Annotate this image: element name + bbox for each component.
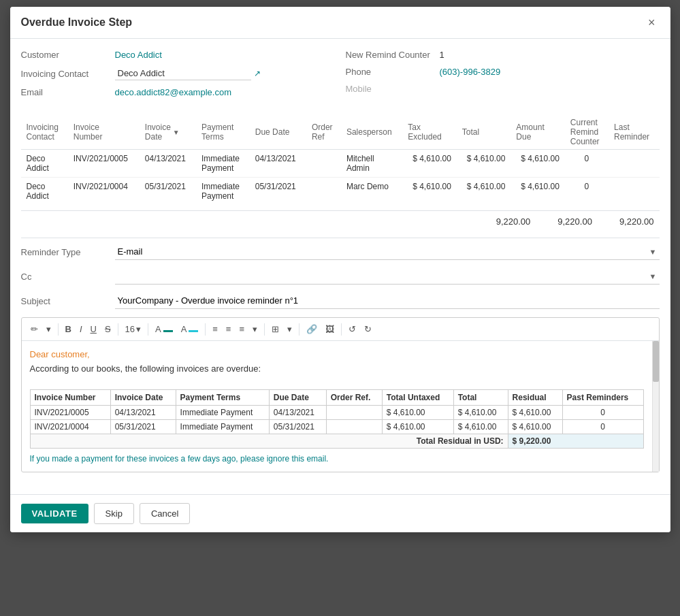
invoice-date-sort: InvoiceDate ▼ <box>145 123 180 142</box>
row2-number: INV/2021/0004 <box>68 178 140 206</box>
text-color-button[interactable]: A <box>152 322 176 336</box>
table-dropdown-icon[interactable]: ▾ <box>284 322 295 336</box>
col-tax-excluded: TaxExcluded <box>402 115 457 150</box>
scrollbar-thumb <box>653 341 659 382</box>
row2-terms: ImmediatePayment <box>196 178 250 206</box>
table-row: DecoAddict INV/2021/0005 04/13/2021 Imme… <box>21 150 660 178</box>
highlight-color-button[interactable]: A <box>178 322 202 336</box>
email-row1-due: 04/13/2021 <box>269 406 326 420</box>
cc-row: Cc ▼ <box>21 268 660 285</box>
format-icon[interactable]: ✏ <box>27 322 42 336</box>
form-section: Customer Deco Addict Invoicing Contact D… <box>21 50 660 104</box>
close-button[interactable]: × <box>644 15 660 30</box>
format-dropdown-icon[interactable]: ▾ <box>43 322 54 336</box>
external-link-icon[interactable]: ↗ <box>254 69 261 78</box>
remind-counter-value: 1 <box>440 50 444 60</box>
toolbar-sep-7 <box>341 323 342 336</box>
row1-amount-due: $ 4,610.00 <box>511 150 565 178</box>
toolbar-sep-6 <box>299 323 299 336</box>
email-row2-date: 05/31/2021 <box>110 420 176 434</box>
email-row2-terms: Immediate Payment <box>176 420 269 434</box>
modal-title: Overdue Invoice Step <box>21 16 133 29</box>
email-total-label: Total Residual in USD: <box>30 434 508 449</box>
align-dropdown-icon[interactable]: ▾ <box>249 322 261 336</box>
highlight-color-bar <box>189 330 198 332</box>
row1-contact: DecoAddict <box>21 150 68 178</box>
subject-label: Subject <box>21 296 110 306</box>
email-row1-untaxed: $ 4,610.00 <box>382 406 453 420</box>
image-button[interactable]: 🖼 <box>322 322 338 336</box>
email-col-ref: Order Ref. <box>326 390 382 406</box>
customer-value[interactable]: Deco Addict <box>115 50 162 60</box>
col-last-reminder: LastReminder <box>609 115 659 150</box>
right-form-fields: New Remind Counter 1 Phone (603)-996-382… <box>346 50 660 104</box>
email-col-number: Invoice Number <box>30 390 110 406</box>
cancel-button[interactable]: Cancel <box>140 503 190 524</box>
highlight-color-icon: A <box>181 324 199 334</box>
email-row1-reminders: 0 <box>562 406 643 420</box>
italic-button[interactable]: I <box>76 322 86 336</box>
email-row1-number: INV/2021/0005 <box>30 406 110 420</box>
col-order-ref: OrderRef <box>306 115 341 150</box>
email-col-total: Total <box>453 390 508 406</box>
row1-date: 04/13/2021 <box>140 150 196 178</box>
left-form-fields: Customer Deco Addict Invoicing Contact D… <box>21 50 335 104</box>
toolbar-sep-3 <box>148 323 148 336</box>
col-amount-due: AmountDue <box>511 115 565 150</box>
total-total: 9,220.00 <box>557 216 592 227</box>
cc-input[interactable] <box>115 268 660 285</box>
underline-button[interactable]: U <box>87 322 100 336</box>
redo-button[interactable]: ↻ <box>361 322 375 336</box>
email-col-terms: Payment Terms <box>176 390 269 406</box>
invoicing-contact-select[interactable]: Deco Addict <box>115 67 251 80</box>
align-button[interactable]: ≡ <box>236 322 248 336</box>
subject-input[interactable] <box>115 293 660 309</box>
row2-total: $ 4,610.00 <box>457 178 511 206</box>
email-value[interactable]: deco.addict82@example.com <box>115 87 231 97</box>
row2-contact: DecoAddict <box>21 178 68 206</box>
font-size-arrow-icon: ▾ <box>136 324 141 334</box>
email-row1-terms: Immediate Payment <box>176 406 269 420</box>
ordered-list-button[interactable]: ≡ <box>223 322 235 336</box>
editor-content[interactable]: Dear customer, According to our books, t… <box>22 341 652 472</box>
row2-due: 05/31/2021 <box>250 178 306 206</box>
undo-button[interactable]: ↺ <box>345 322 359 336</box>
font-size-button[interactable]: 16 ▾ <box>122 322 144 336</box>
strikethrough-button[interactable]: S <box>101 322 114 336</box>
email-col-due: Due Date <box>269 390 326 406</box>
customer-row: Customer Deco Addict <box>21 50 335 60</box>
bold-button[interactable]: B <box>62 322 75 336</box>
reminder-type-select[interactable]: E-mail Letter Manual <box>115 244 660 260</box>
row2-date: 05/31/2021 <box>140 178 196 206</box>
mobile-row: Mobile <box>346 84 660 94</box>
link-button[interactable]: 🔗 <box>303 322 321 336</box>
email-col-date: Invoice Date <box>110 390 176 406</box>
row1-last-reminder <box>609 150 659 178</box>
remind-counter-row: New Remind Counter 1 <box>346 50 660 60</box>
row2-amount-due: $ 4,610.00 <box>511 178 565 206</box>
mobile-label: Mobile <box>346 84 434 94</box>
col-remind-counter: CurrentRemindCounter <box>565 115 609 150</box>
text-color-bar <box>163 330 173 332</box>
modal-overlay: Overdue Invoice Step × Customer Deco Add… <box>0 0 680 616</box>
subject-row: Subject <box>21 293 660 309</box>
email-row1-ref <box>326 406 382 420</box>
phone-label: Phone <box>346 67 434 77</box>
email-invoice-table: Invoice Number Invoice Date Payment Term… <box>30 389 644 449</box>
row2-counter: 0 <box>565 178 609 206</box>
editor-scrollbar[interactable] <box>652 341 659 472</box>
col-payment-terms: PaymentTerms <box>196 115 250 150</box>
row2-ref <box>306 178 341 206</box>
email-table-row: INV/2021/0005 04/13/2021 Immediate Payme… <box>30 406 643 420</box>
phone-value[interactable]: (603)-996-3829 <box>440 67 501 77</box>
reminder-type-row: Reminder Type E-mail Letter Manual ▼ <box>21 244 660 260</box>
unordered-list-button[interactable]: ≡ <box>209 322 221 336</box>
col-invoice-date[interactable]: InvoiceDate ▼ <box>140 115 196 150</box>
skip-button[interactable]: Skip <box>94 503 134 524</box>
validate-button[interactable]: VALIDATE <box>21 504 88 523</box>
email-row1-residual: $ 4,610.00 <box>508 406 562 420</box>
toolbar-sep-1 <box>58 323 59 336</box>
table-button[interactable]: ⊞ <box>268 322 282 336</box>
toolbar-sep-5 <box>264 323 265 336</box>
editor-toolbar: ✏ ▾ B I U S 16 ▾ A <box>22 318 659 341</box>
